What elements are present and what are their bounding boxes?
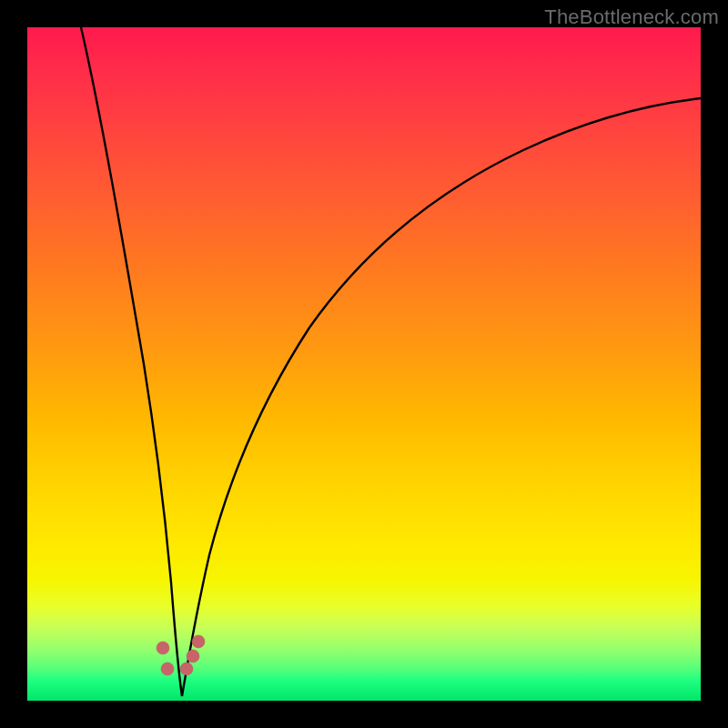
plot-area [27, 27, 701, 701]
svg-point-1 [161, 662, 174, 675]
chart-frame: TheBottleneck.com [0, 0, 728, 728]
svg-point-0 [157, 642, 169, 654]
watermark-text: TheBottleneck.com [544, 5, 719, 29]
svg-point-3 [187, 650, 199, 662]
right-branch-curve [182, 98, 701, 696]
svg-point-2 [180, 662, 193, 675]
valley-markers [157, 635, 205, 675]
left-branch-curve [81, 27, 182, 696]
curve-layer [27, 27, 701, 701]
svg-point-4 [192, 635, 205, 648]
